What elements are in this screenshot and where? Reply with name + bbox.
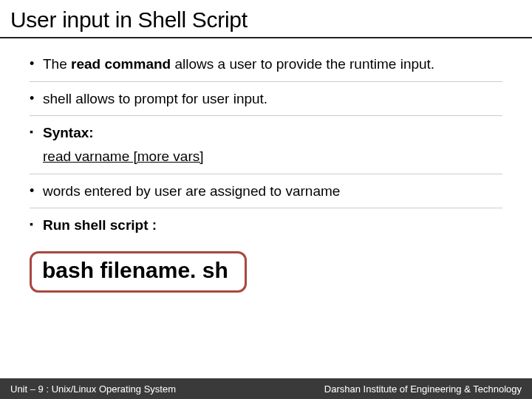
slide: User input in Shell Script The read comm… (0, 0, 532, 399)
text: allows a user to provide the runtime inp… (171, 56, 434, 72)
bullet-item: Run shell script : (30, 208, 502, 242)
slide-title: User input in Shell Script (0, 0, 532, 38)
text: shell allows to prompt for user input. (43, 91, 267, 106)
bullet-item: The read command allows a user to provid… (30, 47, 502, 82)
footer-right: Darshan Institute of Engineering & Techn… (324, 383, 522, 395)
slide-body: The read command allows a user to provid… (0, 38, 532, 399)
command-box: bash filename. sh (30, 251, 247, 293)
text-bold: Run shell script : (43, 217, 157, 233)
command-text: bash filename. sh (42, 258, 228, 282)
bullet-item: words entered by user are assigned to va… (30, 174, 502, 209)
text-bold: Syntax: (43, 125, 94, 140)
text-bold: read command (71, 56, 171, 72)
text: words entered by user are assigned to va… (43, 183, 340, 199)
bullet-item: shell allows to prompt for user input. (30, 82, 502, 117)
bullet-list: The read command allows a user to provid… (30, 47, 502, 242)
footer-left: Unit – 9 : Unix/Linux Operating System (10, 383, 176, 395)
bullet-item: Syntax: read varname [more vars] (30, 116, 502, 174)
syntax-text: read varname [more vars] (43, 147, 502, 166)
text: The (43, 56, 71, 72)
footer: Unit – 9 : Unix/Linux Operating System D… (0, 378, 532, 399)
